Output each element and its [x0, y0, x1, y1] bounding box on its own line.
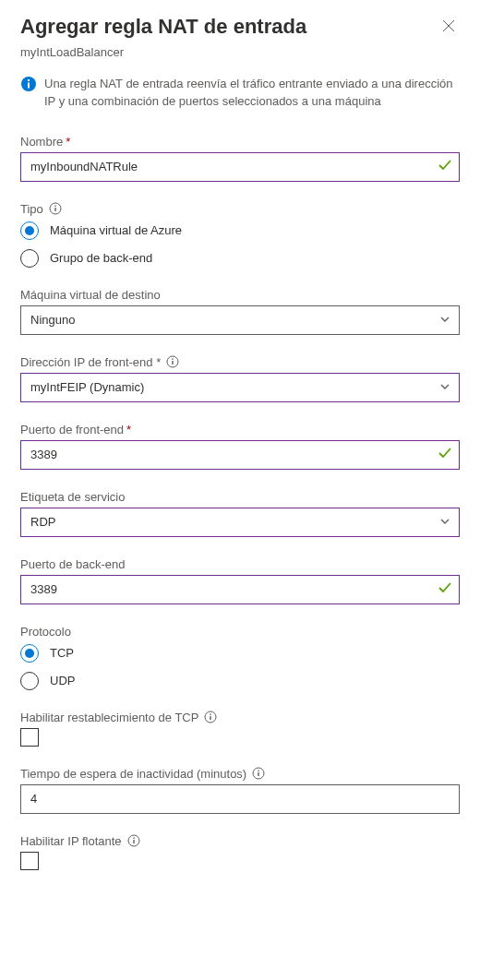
check-icon [438, 580, 452, 599]
type-label: Tipo [20, 202, 43, 216]
radio-label: Grupo de back-end [50, 251, 152, 265]
servicetag-select[interactable]: RDP [20, 508, 460, 537]
required-icon: * [66, 135, 70, 149]
radio-label: UDP [50, 674, 75, 687]
svg-rect-17 [133, 838, 134, 839]
info-icon[interactable] [49, 202, 62, 215]
close-icon [441, 18, 456, 33]
check-icon [438, 446, 452, 464]
type-radio-azurevm[interactable]: Máquina virtual de Azure [20, 221, 460, 240]
frontendip-label: Dirección IP de front-end * [20, 355, 161, 369]
tcpreset-label: Habilitar restablecimiento de TCP [20, 711, 198, 724]
info-text: Una regla NAT de entrada reenvía el tráf… [44, 76, 460, 111]
svg-rect-1 [28, 83, 30, 89]
required-icon: * [126, 423, 131, 436]
svg-rect-10 [210, 716, 211, 720]
protocol-radio-udp[interactable]: UDP [20, 672, 460, 690]
radio-unselected-icon [20, 672, 39, 690]
info-icon[interactable] [204, 711, 217, 723]
name-label: Nombre [20, 135, 63, 149]
frontendport-label: Puerto de front-end [20, 423, 124, 436]
info-banner: Una regla NAT de entrada reenvía el tráf… [0, 76, 480, 135]
info-icon[interactable] [127, 834, 140, 847]
protocol-label: Protocolo [20, 625, 71, 639]
tcpreset-checkbox[interactable] [20, 728, 39, 747]
svg-rect-13 [258, 772, 259, 776]
frontendport-input[interactable] [20, 440, 460, 470]
destvm-select[interactable]: Ninguno [20, 305, 460, 335]
svg-rect-4 [54, 208, 55, 211]
protocol-radio-tcp[interactable]: TCP [20, 644, 460, 663]
svg-rect-5 [54, 206, 55, 207]
destvm-label: Máquina virtual de destino [20, 288, 161, 302]
info-icon[interactable] [252, 767, 265, 780]
close-button[interactable] [438, 15, 460, 40]
floatingip-checkbox[interactable] [20, 852, 39, 870]
idletimeout-input[interactable] [20, 784, 460, 814]
radio-label: Máquina virtual de Azure [50, 223, 182, 237]
radio-selected-icon [20, 221, 39, 240]
name-input[interactable] [20, 152, 460, 182]
info-icon[interactable] [166, 355, 179, 368]
radio-label: TCP [50, 646, 74, 660]
page-subtitle: myIntLoadBalancer [0, 45, 480, 76]
svg-rect-14 [258, 771, 259, 771]
radio-unselected-icon [20, 249, 39, 268]
servicetag-label: Etiqueta de servicio [20, 490, 125, 504]
svg-rect-11 [210, 714, 211, 715]
svg-rect-16 [133, 840, 134, 843]
info-icon [20, 76, 37, 111]
backendport-input[interactable] [20, 575, 460, 604]
radio-selected-icon [20, 644, 39, 663]
frontendip-select[interactable]: myIntFEIP (Dynamic) [20, 373, 460, 402]
svg-rect-8 [173, 359, 174, 360]
floatingip-label: Habilitar IP flotante [20, 834, 122, 848]
backendport-label: Puerto de back-end [20, 557, 125, 571]
check-icon [438, 158, 452, 176]
svg-rect-7 [173, 361, 174, 365]
page-title: Agregar regla NAT de entrada [20, 15, 306, 39]
svg-rect-2 [28, 79, 30, 81]
idletimeout-label: Tiempo de espera de inactividad (minutos… [20, 767, 246, 781]
type-radio-backendgroup[interactable]: Grupo de back-end [20, 249, 460, 268]
